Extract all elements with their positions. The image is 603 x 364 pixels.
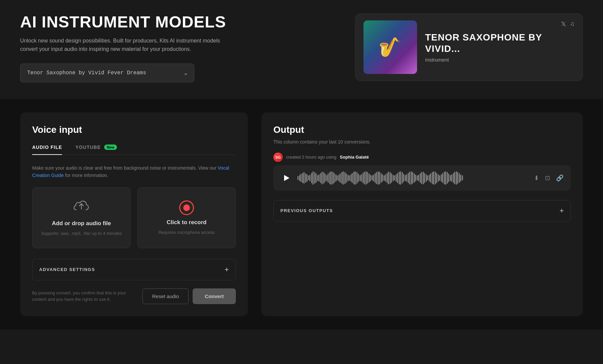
play-button[interactable] [280, 172, 292, 184]
creator-row: SG created 2 hours ago using Sophia Gala… [273, 153, 571, 162]
model-select[interactable]: Tenor Saxophone by Vivid Fever Dreams [20, 64, 194, 82]
upload-sublabel: Supports .wav, .mp3, .flac up to 4 minut… [41, 231, 122, 236]
advanced-settings-label: ADVANCED SETTINGS [39, 267, 95, 272]
save-button[interactable]: ⊡ [544, 174, 551, 182]
instrument-type: Instrument [425, 57, 575, 63]
guide-text: Make sure your audio is clear and free f… [32, 164, 236, 179]
saxophone-icon: 🎷 [379, 36, 402, 58]
social-icons: 𝕏 ♫ [561, 20, 575, 28]
instrument-card: 🎷 TENOR SAXOPHONE BY VIVID... Instrument… [355, 13, 583, 81]
expand-icon: + [224, 265, 229, 274]
output-panel: Output This column contains your last 10… [261, 112, 583, 316]
record-label: Click to record [166, 219, 206, 226]
tabs: AUDIO FILE YOUTUBE New [32, 145, 236, 155]
previous-outputs[interactable]: PREVIOUS OUTPUTS + [273, 200, 571, 221]
model-select-wrapper: Tenor Saxophone by Vivid Fever Dreams ⌄ [20, 64, 194, 82]
copy-link-button[interactable]: 🔗 [555, 174, 564, 182]
new-badge: New [104, 145, 117, 150]
convert-button[interactable]: Convert [193, 288, 236, 304]
instrument-thumbnail: 🎷 [363, 20, 417, 74]
tab-audio-file[interactable]: AUDIO FILE [32, 145, 62, 155]
upload-boxes: Add or drop audio file Supports .wav, .m… [32, 187, 236, 248]
voice-input-title: Voice input [32, 124, 236, 135]
output-title: Output [273, 124, 571, 135]
audio-item: SG created 2 hours ago using Sophia Gala… [273, 153, 571, 191]
advanced-settings[interactable]: ADVANCED SETTINGS + [32, 259, 236, 280]
expand-previous-icon: + [559, 206, 564, 215]
voice-input-panel: Voice input AUDIO FILE YOUTUBE New Make … [20, 112, 248, 316]
upload-audio-box[interactable]: Add or drop audio file Supports .wav, .m… [32, 187, 131, 248]
footer-disclaimer: By pressing convert, you confirm that th… [32, 290, 139, 303]
tab-youtube[interactable]: YOUTUBE New [75, 145, 117, 155]
page-title: AI INSTRUMENT MODELS [20, 13, 261, 31]
instrument-info: TENOR SAXOPHONE BY VIVID... Instrument [425, 32, 575, 63]
twitter-icon[interactable]: 𝕏 [561, 20, 566, 28]
creator-text: created 2 hours ago using [286, 155, 336, 160]
record-inner [183, 204, 190, 211]
record-icon [179, 200, 194, 215]
record-sublabel: Requires microphone access [158, 230, 215, 235]
previous-outputs-label: PREVIOUS OUTPUTS [280, 208, 333, 213]
avatar: SG [273, 153, 283, 162]
waveform [297, 171, 528, 185]
creator-name: Sophia Galaté [340, 155, 369, 160]
download-button[interactable]: ⬇ [533, 174, 540, 182]
top-section: AI INSTRUMENT MODELS Unlock new sound de… [0, 0, 603, 99]
top-left: AI INSTRUMENT MODELS Unlock new sound de… [20, 13, 261, 82]
play-icon [284, 175, 289, 181]
spotify-icon[interactable]: ♫ [570, 20, 575, 28]
record-box[interactable]: Click to record Requires microphone acce… [137, 187, 236, 248]
upload-label: Add or drop audio file [52, 220, 111, 227]
footer-buttons: Reset audio Convert [142, 288, 236, 304]
waveform-player: ⬇ ⊡ 🔗 [273, 165, 571, 191]
bottom-section: Voice input AUDIO FILE YOUTUBE New Make … [0, 99, 603, 330]
reset-audio-button[interactable]: Reset audio [142, 288, 189, 304]
output-subtitle: This column contains your last 10 conver… [273, 139, 571, 145]
upload-icon [73, 200, 89, 216]
panel-footer: By pressing convert, you confirm that th… [32, 288, 236, 304]
page-subtitle: Unlock new sound design possibilities. B… [20, 36, 234, 54]
instrument-name: TENOR SAXOPHONE BY VIVID... [425, 32, 575, 54]
player-actions: ⬇ ⊡ 🔗 [533, 174, 564, 182]
